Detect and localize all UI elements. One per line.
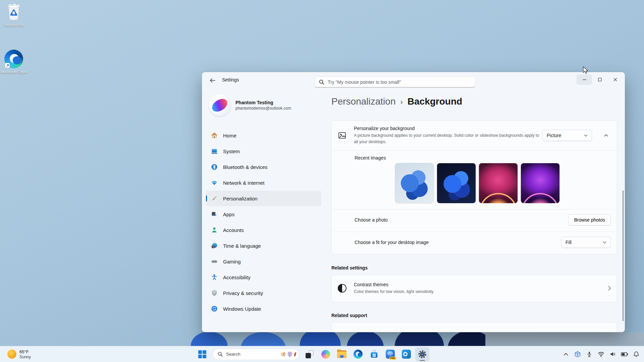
search-placeholder: Try “My mouse pointer is too small” xyxy=(328,79,401,85)
system-tray xyxy=(562,346,640,362)
time-language-icon xyxy=(211,242,218,249)
back-button[interactable] xyxy=(207,76,218,85)
taskbar-center: Search PRE xyxy=(195,346,429,362)
related-support-heading: Related support xyxy=(331,313,617,318)
sidebar-item-gaming[interactable]: Gaming xyxy=(206,254,321,269)
recycle-bin-icon xyxy=(6,3,22,21)
windows-logo-icon xyxy=(198,350,206,358)
desktop-icon-microsoft-edge[interactable]: Microsoft Edge xyxy=(0,50,28,74)
sidebar-item-bluetooth-devices[interactable]: Bluetooth & devices xyxy=(206,159,321,175)
scrollbar[interactable] xyxy=(623,190,624,321)
page-title: Background xyxy=(408,96,462,107)
recent-image-thumbnail-bloom-dark[interactable] xyxy=(437,163,476,203)
titlebar: Settings Try “My mouse pointer is too sm… xyxy=(202,72,625,88)
file-explorer-button[interactable] xyxy=(335,347,349,361)
fit-dropdown[interactable]: Fill xyxy=(561,237,611,248)
wallpaper-horizon xyxy=(485,333,644,346)
sidebar-item-windows-update[interactable]: Windows Update xyxy=(206,301,321,316)
taskbar-search-box[interactable]: Search xyxy=(213,349,299,360)
edge-button[interactable] xyxy=(351,347,365,361)
home-icon xyxy=(211,132,218,139)
user-account-chip[interactable]: Phantom Testing phantomodemos@outlook.co… xyxy=(209,94,325,116)
network-globe-icon xyxy=(211,179,218,186)
start-button[interactable] xyxy=(195,347,209,361)
personalize-background-expander[interactable]: Personalize your background A picture ba… xyxy=(332,121,617,150)
wifi-icon[interactable] xyxy=(597,351,605,358)
desktop-icon-recycle-bin[interactable]: Recycle Bin xyxy=(0,3,28,27)
settings-search-input[interactable]: Try “My mouse pointer is too small” xyxy=(315,76,476,87)
breadcrumb-chevron: › xyxy=(400,98,402,107)
settings-app-button[interactable] xyxy=(415,347,429,361)
recent-images-label: Recent images xyxy=(355,155,611,161)
microphone-icon[interactable] xyxy=(586,351,593,358)
sidebar: Phantom Testing phantomodemos@outlook.co… xyxy=(202,88,325,332)
breadcrumb-parent[interactable]: Personalization xyxy=(331,96,395,107)
tray-3d-app-icon[interactable] xyxy=(574,351,581,358)
chevron-right-icon xyxy=(608,286,611,291)
sidebar-item-personalization[interactable]: Personalization xyxy=(206,191,321,206)
breadcrumb: Personalization › Background xyxy=(331,96,625,107)
recent-image-thumbnail-glow-red[interactable] xyxy=(479,163,518,203)
search-highlight-icon xyxy=(281,351,297,357)
volume-icon[interactable] xyxy=(609,351,616,358)
taskbar: 65°F Sunny Search xyxy=(0,346,644,362)
sidebar-item-system[interactable]: System xyxy=(206,143,321,159)
battery-icon[interactable] xyxy=(621,351,628,358)
maximize-button[interactable] xyxy=(592,74,607,85)
contrast-themes-title: Contrast themes xyxy=(354,282,608,287)
search-icon xyxy=(319,79,324,85)
recent-image-thumbnail-glow-purple[interactable] xyxy=(521,163,559,203)
contrast-icon xyxy=(338,284,346,293)
app-preview-button[interactable]: PRE xyxy=(383,347,397,361)
sidebar-item-privacy-security[interactable]: Privacy & security xyxy=(206,285,321,301)
notifications-bell-icon[interactable] xyxy=(633,351,640,358)
shortcut-arrow-icon xyxy=(5,63,10,68)
weather-temperature: 65°F xyxy=(19,349,31,354)
copilot-button[interactable] xyxy=(319,347,333,361)
close-button[interactable] xyxy=(607,74,623,85)
task-view-button[interactable] xyxy=(303,347,317,361)
microsoft-store-button[interactable] xyxy=(367,347,381,361)
related-settings-heading: Related settings xyxy=(331,265,617,270)
recent-images-row: Recent images xyxy=(332,150,617,209)
sidebar-item-accessibility[interactable]: Accessibility xyxy=(206,269,321,285)
desktop-icon-label: Recycle Bin xyxy=(0,23,28,27)
sidebar-item-network-internet[interactable]: Network & internet xyxy=(206,175,321,190)
pre-badge: PRE xyxy=(389,357,396,360)
outlook-icon xyxy=(402,350,411,359)
windows-update-icon xyxy=(211,305,218,312)
personalization-brush-icon xyxy=(211,195,218,202)
hidden-icons-chevron[interactable] xyxy=(562,351,570,358)
background-type-dropdown[interactable]: Picture xyxy=(542,130,592,141)
edge-icon xyxy=(354,350,363,359)
system-icon xyxy=(211,148,218,155)
recent-image-thumbnail-bloom-light[interactable] xyxy=(395,163,434,203)
copilot-icon xyxy=(321,350,330,359)
file-explorer-icon xyxy=(337,350,346,358)
gaming-gamepad-icon xyxy=(211,258,218,265)
sidebar-nav: Home System Bluetooth & devices Network … xyxy=(202,128,325,316)
minimize-button[interactable] xyxy=(577,74,592,85)
sidebar-item-apps[interactable]: Apps xyxy=(206,206,321,222)
contrast-themes-card[interactable]: Contrast themes Color themes for low vis… xyxy=(331,275,617,302)
picture-icon xyxy=(338,131,346,140)
outlook-button[interactable] xyxy=(399,347,413,361)
mouse-cursor xyxy=(583,66,589,74)
weather-widget[interactable]: 65°F Sunny xyxy=(5,346,34,362)
choose-photo-row: Choose a photo Browse photos xyxy=(332,209,617,232)
selected-accent-bar xyxy=(206,195,207,201)
recent-images-list xyxy=(395,163,611,203)
settings-gear-icon xyxy=(418,350,427,359)
chevron-up-icon[interactable] xyxy=(601,134,611,137)
window-title: Settings xyxy=(222,77,239,82)
chevron-down-icon xyxy=(603,241,606,244)
sidebar-item-accounts[interactable]: Accounts xyxy=(206,222,321,238)
desktop-icon-label: Microsoft Edge xyxy=(0,70,28,74)
related-support-card[interactable] xyxy=(331,322,617,332)
user-email: phantomodemos@outlook.com xyxy=(235,106,291,111)
browse-photos-button[interactable]: Browse photos xyxy=(568,214,611,226)
sun-icon xyxy=(7,350,16,359)
sidebar-item-home[interactable]: Home xyxy=(206,128,321,143)
sidebar-item-time-language[interactable]: Time & language xyxy=(206,238,321,253)
choose-photo-label: Choose a photo xyxy=(355,217,388,223)
